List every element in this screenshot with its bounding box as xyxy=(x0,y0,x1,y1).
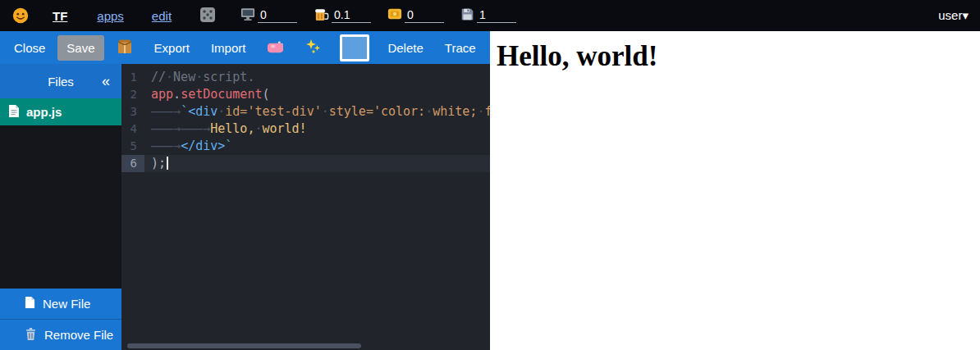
line-number: 5 xyxy=(121,138,144,155)
computer-stat-input[interactable] xyxy=(258,8,297,23)
line-number: 6 xyxy=(121,155,144,172)
package-button[interactable] xyxy=(108,33,142,63)
file-name-label: app.js xyxy=(26,105,62,119)
code-line-5[interactable]: 5———→</div>` xyxy=(121,138,490,155)
new-file-icon xyxy=(25,296,35,311)
floppy-disk-icon xyxy=(460,7,477,25)
stat-disk xyxy=(460,7,516,25)
beer-stat-input[interactable] xyxy=(332,8,371,23)
code-line-4[interactable]: 4———→———→Hello,·world! xyxy=(121,120,490,138)
top-navigation-bar: TF apps edit xyxy=(0,0,980,31)
stat-beer xyxy=(314,7,371,25)
line-content: ———→</div>` xyxy=(144,138,232,155)
smiley-face-icon xyxy=(11,7,30,25)
stat-money xyxy=(387,7,444,25)
files-sidebar: Files « app.js xyxy=(0,64,121,350)
save-button[interactable]: Save xyxy=(57,35,103,61)
stat-computer xyxy=(240,7,297,25)
nav-link-edit[interactable]: edit xyxy=(152,9,172,23)
user-menu[interactable]: user▾ xyxy=(938,8,969,23)
import-button[interactable]: Import xyxy=(202,35,255,61)
code-line-3[interactable]: 3———→`<div·id='test-div'·style='color:·w… xyxy=(121,103,490,120)
line-number: 2 xyxy=(121,86,144,103)
line-content: ———→———→Hello,·world! xyxy=(144,120,307,138)
dice-button[interactable] xyxy=(199,7,216,25)
line-content: //·New·script. xyxy=(144,69,254,86)
file-list-empty-space xyxy=(0,125,121,289)
trash-icon xyxy=(25,327,37,343)
horizontal-scrollbar[interactable] xyxy=(127,343,361,348)
nav-link-apps[interactable]: apps xyxy=(97,9,124,23)
remove-file-button[interactable]: Remove File xyxy=(0,319,121,350)
line-number: 1 xyxy=(121,69,144,86)
line-number: 4 xyxy=(121,120,144,138)
new-file-button[interactable]: New File xyxy=(0,289,121,319)
sparkles-icon xyxy=(305,39,322,57)
editor-panel: Close Save Export Import xyxy=(0,31,490,350)
line-content: ); xyxy=(144,155,168,172)
money-stat-input[interactable] xyxy=(405,8,444,23)
text-cursor xyxy=(167,157,168,170)
soap-icon xyxy=(267,40,284,56)
money-icon xyxy=(387,7,405,25)
new-file-label: New File xyxy=(43,297,90,311)
editor-toolbar: Close Save Export Import xyxy=(0,31,490,64)
nav-link-tf[interactable]: TF xyxy=(53,9,67,23)
preview-panel: Hello, world! xyxy=(490,31,980,350)
soap-button[interactable] xyxy=(258,34,293,61)
code-editor[interactable]: 1//·New·script.2app.setDocument(3———→`<d… xyxy=(121,64,490,350)
code-line-6[interactable]: 6); xyxy=(121,155,490,172)
line-content: ———→`<div·id='test-div'·style='color:·wh… xyxy=(144,103,490,120)
code-line-2[interactable]: 2app.setDocument( xyxy=(121,86,490,103)
main-area: Close Save Export Import xyxy=(0,31,980,350)
package-icon xyxy=(117,39,133,57)
preview-heading: Hello, world! xyxy=(497,40,980,73)
close-button[interactable]: Close xyxy=(5,35,54,61)
beer-icon xyxy=(314,7,332,25)
computer-icon xyxy=(240,7,258,25)
blank-swatch-button[interactable] xyxy=(340,34,369,61)
dice-icon xyxy=(199,7,216,25)
remove-file-label: Remove File xyxy=(44,328,113,342)
code-lines: 1//·New·script.2app.setDocument(3———→`<d… xyxy=(121,69,490,172)
line-content: app.setDocument( xyxy=(144,86,270,103)
export-button[interactable]: Export xyxy=(145,35,199,61)
code-line-1[interactable]: 1//·New·script. xyxy=(121,69,490,86)
line-number: 3 xyxy=(121,103,144,120)
editor-panel-body: Files « app.js xyxy=(0,64,490,350)
collapse-sidebar-button[interactable]: « xyxy=(97,64,115,98)
files-header-title: Files xyxy=(48,75,74,89)
file-icon xyxy=(8,104,20,120)
disk-stat-input[interactable] xyxy=(477,8,516,23)
sparkles-button[interactable] xyxy=(296,33,331,63)
delete-button[interactable]: Delete xyxy=(378,35,432,61)
trace-button[interactable]: Trace xyxy=(436,35,485,61)
file-item-appjs[interactable]: app.js xyxy=(0,98,121,125)
files-header: Files « xyxy=(0,64,121,98)
